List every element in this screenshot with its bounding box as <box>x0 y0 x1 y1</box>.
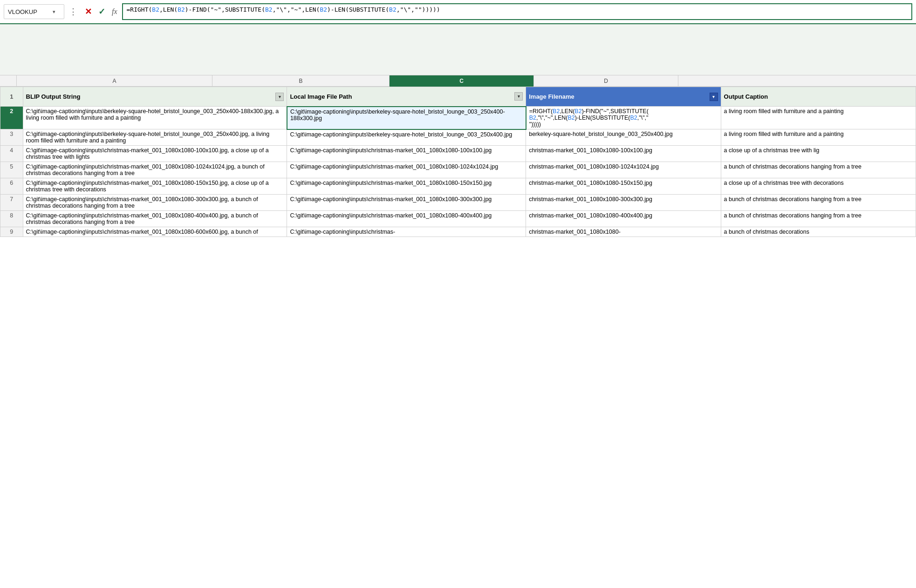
row-num-9: 9 <box>0 227 23 237</box>
name-box-dropdown[interactable]: ▾ <box>51 9 57 15</box>
cell-b3-value: C:\git\image-captioning\inputs\berkeley-… <box>290 131 512 138</box>
cell-d9[interactable]: a bunch of christmas decorations <box>721 227 916 237</box>
cell-c7[interactable]: christmas-market_001_1080x1080-300x300.j… <box>526 195 721 211</box>
col-header-c[interactable]: C <box>390 75 534 87</box>
table-row: 3 C:\git\image-captioning\inputs\berkele… <box>0 129 916 146</box>
formula-cancel-button[interactable]: ✕ <box>83 7 94 17</box>
formula-input[interactable]: =RIGHT(B2,LEN(B2)-FIND("~",SUBSTITUTE(B2… <box>122 3 912 20</box>
filter-btn-b[interactable]: ▾ <box>514 92 523 101</box>
cell-a2-value: C:\git\image-captioning\inputs\berkeley-… <box>26 108 279 121</box>
cell-d3[interactable]: a living room filled with furniture and … <box>721 129 916 146</box>
cell-c5-value: christmas-market_001_1080x1080-1024x1024… <box>529 163 659 170</box>
cell-b5[interactable]: C:\git\image-captioning\inputs\christmas… <box>287 162 526 178</box>
cell-d2-value: a living room filled with furniture and … <box>724 108 844 115</box>
cell-b7[interactable]: C:\git\image-captioning\inputs\christmas… <box>287 195 526 211</box>
col-headers: A B C D <box>0 75 916 87</box>
cell-a5-value: C:\git\image-captioning\inputs\christmas… <box>26 163 265 176</box>
cell-d7[interactable]: a bunch of christmas decorations hanging… <box>721 195 916 211</box>
header-col-c[interactable]: Image Filename ▾ <box>526 87 721 107</box>
cell-c4[interactable]: christmas-market_001_1080x1080-100x100.j… <box>526 146 721 162</box>
name-box-wrapper: VLOOKUP ▾ <box>4 4 64 19</box>
sheet-wrapper: A B C D 1 BLIP Output String ▾ Local Ima… <box>0 75 916 237</box>
cell-d4-value: a close up of a christmas tree with lig <box>724 147 820 154</box>
formula-confirm-button[interactable]: ✓ <box>96 7 107 17</box>
cell-b6[interactable]: C:\git\image-captioning\inputs\christmas… <box>287 178 526 195</box>
cell-d3-value: a living room filled with furniture and … <box>724 131 844 137</box>
cell-b2[interactable]: C:\git\image-captioning\inputs\berkeley-… <box>287 107 526 129</box>
cell-c8-value: christmas-market_001_1080x1080-400x400.j… <box>529 212 652 219</box>
header-row: 1 BLIP Output String ▾ Local Image File … <box>0 87 916 107</box>
cell-c4-value: christmas-market_001_1080x1080-100x100.j… <box>529 147 652 154</box>
cell-d2[interactable]: a living room filled with furniture and … <box>721 107 916 129</box>
cell-d5[interactable]: a bunch of christmas decorations hanging… <box>721 162 916 178</box>
cell-c6-value: christmas-market_001_1080x1080-150x150.j… <box>529 180 652 186</box>
cell-c2-formula: =RIGHT(B2,LEN(B2)-FIND("~",SUBSTITUTE( B… <box>529 108 649 128</box>
cell-a2[interactable]: C:\git\image-captioning\inputs\berkeley-… <box>23 107 287 129</box>
cell-a9-value: C:\git\image-captioning\inputs\christmas… <box>26 229 258 235</box>
cell-d8[interactable]: a bunch of christmas decorations hanging… <box>721 211 916 227</box>
cell-c8[interactable]: christmas-market_001_1080x1080-400x400.j… <box>526 211 721 227</box>
cell-d8-value: a bunch of christmas decorations hanging… <box>724 212 861 219</box>
cell-a8[interactable]: C:\git\image-captioning\inputs\christmas… <box>23 211 287 227</box>
row-num-5: 5 <box>0 162 23 178</box>
col-header-d[interactable]: D <box>534 75 678 87</box>
header-col-d[interactable]: Output Caption <box>721 87 916 107</box>
header-b-label: Local Image File Path <box>290 93 352 100</box>
formula-fx-button[interactable]: fx <box>110 7 119 16</box>
header-a-label: BLIP Output String <box>26 93 81 100</box>
cell-b5-value: C:\git\image-captioning\inputs\christmas… <box>290 163 498 170</box>
cell-c6[interactable]: christmas-market_001_1080x1080-150x150.j… <box>526 178 721 195</box>
cell-b4[interactable]: C:\git\image-captioning\inputs\christmas… <box>287 146 526 162</box>
cell-d7-value: a bunch of christmas decorations hanging… <box>724 196 861 203</box>
cell-c3[interactable]: berkeley-square-hotel_bristol_lounge_003… <box>526 129 721 146</box>
cell-a4-value: C:\git\image-captioning\inputs\christmas… <box>26 147 269 160</box>
row-num-3: 3 <box>0 129 23 146</box>
header-d-label: Output Caption <box>724 93 768 100</box>
table-row: 2 C:\git\image-captioning\inputs\berkele… <box>0 107 916 129</box>
cell-a6-value: C:\git\image-captioning\inputs\christmas… <box>26 180 269 193</box>
cell-d6[interactable]: a close up of a christmas tree with deco… <box>721 178 916 195</box>
cell-a3-value: C:\git\image-captioning\inputs\berkeley-… <box>26 131 270 144</box>
header-c-label: Image Filename <box>529 93 574 100</box>
header-col-b[interactable]: Local Image File Path ▾ <box>287 87 526 107</box>
filter-btn-a[interactable]: ▾ <box>275 93 284 101</box>
cell-a7-value: C:\git\image-captioning\inputs\christmas… <box>26 196 258 209</box>
cell-d6-value: a close up of a christmas tree with deco… <box>724 180 844 186</box>
cell-d5-value: a bunch of christmas decorations hanging… <box>724 163 861 170</box>
filter-btn-c[interactable]: ▾ <box>710 93 718 101</box>
cell-a6[interactable]: C:\git\image-captioning\inputs\christmas… <box>23 178 287 195</box>
cell-c9-value: christmas-market_001_1080x1080- <box>529 229 621 235</box>
cell-c7-value: christmas-market_001_1080x1080-300x300.j… <box>529 196 652 203</box>
cell-c5[interactable]: christmas-market_001_1080x1080-1024x1024… <box>526 162 721 178</box>
spreadsheet: 1 BLIP Output String ▾ Local Image File … <box>0 87 916 237</box>
cell-a5[interactable]: C:\git\image-captioning\inputs\christmas… <box>23 162 287 178</box>
row-num-col-header <box>0 75 17 86</box>
cell-b4-value: C:\git\image-captioning\inputs\christmas… <box>290 147 492 154</box>
row-num-2: 2 <box>0 107 23 129</box>
row-num-1: 1 <box>0 87 23 107</box>
cell-d9-value: a bunch of christmas decorations <box>724 229 809 235</box>
cell-b3[interactable]: C:\git\image-captioning\inputs\berkeley-… <box>287 129 526 146</box>
cell-c2[interactable]: =RIGHT(B2,LEN(B2)-FIND("~",SUBSTITUTE( B… <box>526 107 721 129</box>
cell-b8-value: C:\git\image-captioning\inputs\christmas… <box>290 212 492 219</box>
col-header-b[interactable]: B <box>212 75 390 87</box>
row-num-4: 4 <box>0 146 23 162</box>
name-box[interactable]: VLOOKUP <box>4 8 51 15</box>
cell-c9[interactable]: christmas-market_001_1080x1080- <box>526 227 721 237</box>
cell-a3[interactable]: C:\git\image-captioning\inputs\berkeley-… <box>23 129 287 146</box>
header-col-a[interactable]: BLIP Output String ▾ <box>23 87 287 107</box>
cell-b7-value: C:\git\image-captioning\inputs\christmas… <box>290 196 492 203</box>
cell-a7[interactable]: C:\git\image-captioning\inputs\christmas… <box>23 195 287 211</box>
cell-a4[interactable]: C:\git\image-captioning\inputs\christmas… <box>23 146 287 162</box>
top-empty-area <box>0 24 916 75</box>
cell-b8[interactable]: C:\git\image-captioning\inputs\christmas… <box>287 211 526 227</box>
cell-a9[interactable]: C:\git\image-captioning\inputs\christmas… <box>23 227 287 237</box>
col-header-a[interactable]: A <box>17 75 212 87</box>
cell-b9[interactable]: C:\git\image-captioning\inputs\christmas… <box>287 227 526 237</box>
formula-bar-more[interactable]: ⋮ <box>67 7 80 17</box>
formula-bar: VLOOKUP ▾ ⋮ ✕ ✓ fx =RIGHT(B2,LEN(B2)-FIN… <box>0 0 916 24</box>
table-row: 7 C:\git\image-captioning\inputs\christm… <box>0 195 916 211</box>
cell-d4[interactable]: a close up of a christmas tree with lig <box>721 146 916 162</box>
table-row: 5 C:\git\image-captioning\inputs\christm… <box>0 162 916 178</box>
cell-b2-value: C:\git\image-captioning\inputs\berkeley-… <box>290 108 505 122</box>
